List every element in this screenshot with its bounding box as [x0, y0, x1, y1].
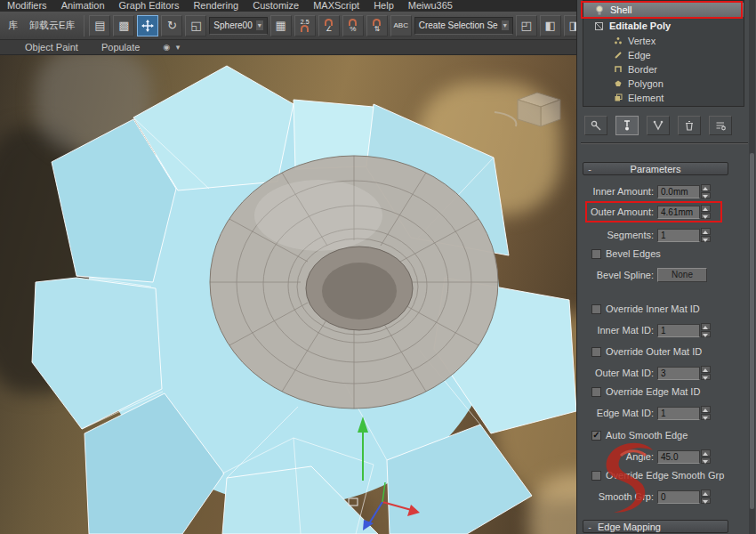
outer-mat-label: Outer Mat ID: [583, 368, 657, 378]
outer-amount-field[interactable]: 4.61mm [657, 206, 700, 219]
menu-maxscript[interactable]: MAXScript [306, 0, 366, 12]
keyboard-override-icon[interactable]: ABC [390, 15, 412, 36]
stack-item-polygon[interactable]: Polygon [583, 77, 744, 91]
menu-help[interactable]: Help [366, 0, 401, 12]
polygon-icon [614, 79, 623, 88]
outer-mat-spinner[interactable] [701, 366, 711, 380]
configure-sets-icon [714, 119, 727, 132]
angle-field[interactable]: 45.0 [657, 450, 700, 464]
override-inner-row: Override Inner Mat ID [591, 303, 700, 315]
override-edge-label: Override Edge Mat ID [606, 386, 700, 397]
inner-amount-spinner[interactable] [701, 184, 711, 198]
bevel-edges-checkbox[interactable] [591, 249, 601, 259]
outer-amount-spinner[interactable] [701, 205, 711, 219]
object-name-dropdown[interactable]: Sphere00 ▾ [209, 17, 267, 35]
remove-modifier-button[interactable] [678, 116, 701, 135]
viewcube [495, 93, 560, 126]
stack-item-edge[interactable]: Edge [583, 48, 744, 62]
menu-rendering[interactable]: Rendering [186, 0, 245, 12]
panel-scrollbar[interactable] [749, 0, 755, 534]
stack-item-label: Shell [610, 4, 631, 15]
move-cross-icon [141, 20, 154, 32]
window-crossing-icon[interactable]: ◧ [540, 15, 561, 36]
bevel-edges-row: Bevel Edges [591, 247, 661, 260]
inner-amount-row: Inner Amount: 0.0mm [583, 183, 728, 199]
override-inner-checkbox[interactable] [591, 304, 601, 314]
edge-mat-label: Edge Mat ID: [583, 408, 657, 418]
percent-snap-icon[interactable]: % [342, 15, 364, 36]
pin-icon [590, 119, 602, 132]
scene-render [0, 55, 576, 534]
select-and-move-icon[interactable] [137, 15, 158, 36]
scene-explorer-icon[interactable]: ▩ [113, 15, 134, 36]
unload-cloud-tab[interactable]: 卸载云E库 [25, 19, 79, 32]
selection-region-icon[interactable]: ◰ [516, 15, 537, 36]
menu-modifiers[interactable]: Modifiers [0, 0, 54, 12]
configure-modifier-sets-button[interactable] [709, 116, 732, 135]
stack-item-label: Vertex [628, 36, 655, 46]
show-end-result-button[interactable] [615, 116, 639, 135]
lightbulb-icon [594, 4, 605, 16]
menu-animation[interactable]: Animation [54, 0, 112, 12]
stack-item-element[interactable]: Element [583, 91, 744, 105]
make-unique-icon [652, 119, 664, 132]
edge-mapping-rollout-header[interactable]: - Edge Mapping [583, 520, 728, 533]
pin-stack-button[interactable] [584, 116, 607, 135]
stack-item-border[interactable]: Border [583, 62, 744, 77]
override-outer-checkbox[interactable] [591, 347, 601, 357]
tab-populate[interactable]: Populate [101, 42, 140, 53]
segments-field[interactable]: 1 [657, 229, 700, 242]
edge-mat-spinner[interactable] [701, 406, 711, 420]
collapse-icon: - [583, 522, 596, 532]
tab-object-paint[interactable]: Object Paint [25, 42, 78, 53]
make-unique-button[interactable] [647, 116, 670, 135]
bevel-spline-button[interactable]: None [657, 268, 707, 282]
stack-item-shell[interactable]: Shell [583, 3, 744, 17]
populate-flyout-icon[interactable]: ◉ ▾ [163, 43, 181, 52]
rollout-title: Parameters [596, 164, 728, 174]
smooth-grp-field[interactable]: 0 [657, 490, 700, 504]
dropdown-arrow-icon: ▾ [256, 20, 263, 30]
smooth-grp-spinner[interactable] [701, 490, 711, 504]
mirror-icon[interactable]: ◨ [564, 15, 576, 36]
named-selection-set-dropdown[interactable]: Create Selection Se ▾ [414, 17, 513, 35]
stack-item-vertex[interactable]: Vertex [583, 34, 744, 48]
segments-row: Segments: 1 [583, 227, 728, 243]
editable-poly-icon [594, 21, 604, 31]
override-outer-label: Override Outer Mat ID [606, 346, 702, 357]
scrollbar-thumb[interactable] [750, 153, 754, 509]
segments-spinner[interactable] [701, 228, 711, 242]
edge-mat-field[interactable]: 1 [657, 407, 700, 420]
outer-mat-field[interactable]: 3 [657, 367, 700, 380]
viewport[interactable] [0, 55, 576, 534]
angle-spinner[interactable] [701, 449, 711, 464]
override-edge-checkbox[interactable] [591, 387, 601, 397]
parameters-rollout-header[interactable]: - Parameters [583, 162, 728, 175]
stack-item-label: Polygon [628, 78, 664, 89]
menu-customize[interactable]: Customize [245, 0, 306, 12]
select-and-rotate-icon[interactable]: ↻ [161, 15, 182, 36]
library-tab[interactable]: 库 [4, 19, 22, 32]
angle-snap-icon[interactable]: ∠ [318, 15, 340, 36]
watermark-logo [594, 434, 662, 518]
ribbon-tabs: Object Paint Populate ◉ ▾ [0, 40, 576, 55]
3dsmax-window: Modifiers Animation Graph Editors Render… [0, 0, 756, 534]
show-end-result-icon [621, 119, 633, 132]
edge-icon [614, 51, 623, 60]
menu-meiwu365[interactable]: Meiwu365 [401, 0, 460, 12]
inner-amount-field[interactable]: 0.0mm [657, 185, 700, 198]
menu-graph-editors[interactable]: Graph Editors [112, 0, 187, 12]
inner-mat-field[interactable]: 1 [657, 324, 700, 337]
selection-set-value: Create Selection Se [419, 20, 498, 30]
inner-mat-spinner[interactable] [701, 323, 711, 337]
paint-objects-icon[interactable]: ▤ [89, 15, 110, 36]
inner-mat-label: Inner Mat ID: [583, 325, 657, 336]
stack-item-editable-poly[interactable]: Editable Poly [583, 19, 744, 33]
spinner-snap-icon[interactable]: ⇅ [366, 15, 388, 36]
shell-torus [210, 156, 498, 409]
rollout-title: Edge Mapping [596, 522, 728, 532]
snap-toggle-icon[interactable]: 2.5 [294, 15, 316, 36]
select-and-scale-icon[interactable]: ◱ [185, 15, 206, 36]
border-icon [614, 65, 623, 74]
grid-display-icon[interactable]: ▦ [270, 15, 292, 36]
